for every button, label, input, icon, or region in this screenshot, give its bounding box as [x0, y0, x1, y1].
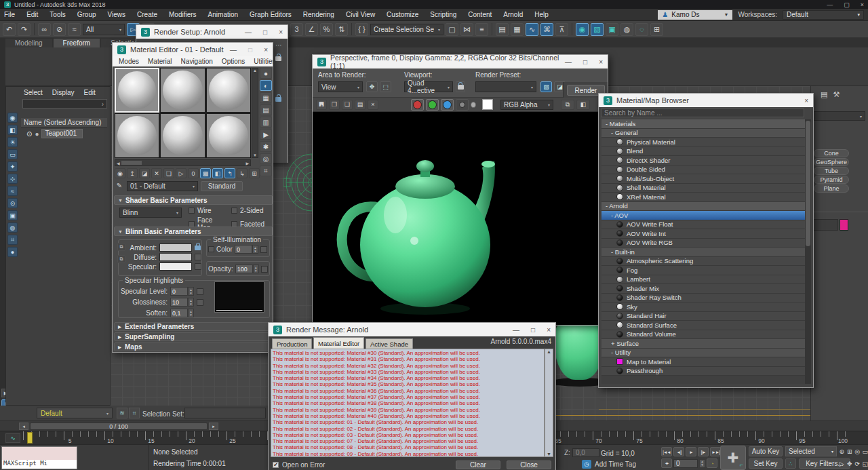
pan-icon[interactable]: ✥	[846, 458, 854, 469]
unlink-selection-icon[interactable]: ⊘	[53, 23, 66, 36]
auto-key-button[interactable]: Auto Key	[749, 446, 783, 456]
go-to-start-button[interactable]: |◄◄	[661, 447, 672, 456]
soften-field[interactable]: 0,1	[170, 309, 188, 317]
tree-group-arnold[interactable]: - Arnold	[601, 202, 805, 212]
schematic-view-icon[interactable]: ⌘	[540, 23, 553, 36]
sample-scrollbar[interactable]: ▲▼	[252, 68, 258, 158]
render-preset-dropdown[interactable]: ▾	[475, 81, 536, 92]
open-on-error-checkbox[interactable]: ✔	[273, 462, 279, 468]
tab-material-editor[interactable]: Material Editor	[313, 337, 364, 349]
percent-snap-icon[interactable]: %	[320, 23, 333, 36]
maxscript-listener-icon[interactable]: { }	[355, 23, 368, 36]
tree-item-aov-write-rgb[interactable]: AOV Write RGB	[601, 239, 805, 248]
close-button[interactable]: ×	[861, 1, 864, 8]
minimize-button[interactable]: —	[245, 28, 252, 36]
close-messages-button[interactable]: Close	[507, 461, 551, 469]
menu-scripting[interactable]: Scripting	[430, 11, 456, 18]
minimize-button[interactable]: —	[827, 1, 833, 8]
tree-item-multi-sub-object[interactable]: Multi/Sub-Object	[601, 174, 805, 184]
frame-spinner[interactable]: ▲▼	[699, 459, 705, 468]
display-panel-icon[interactable]: ▤	[821, 90, 827, 99]
redo-icon[interactable]: ↷	[18, 23, 31, 36]
workspaces-dropdown[interactable]: Default ▾	[783, 10, 864, 20]
display-containers-icon[interactable]: ⌗	[7, 235, 18, 245]
key-mode-toggle-icon[interactable]: ◂▸	[661, 458, 672, 468]
tree-item-shader-mix[interactable]: Shader Mix	[601, 284, 805, 294]
go-to-parent-icon[interactable]: ↰	[224, 168, 235, 178]
maximize-button[interactable]: □	[531, 326, 535, 334]
material-sample-slot[interactable]	[160, 68, 205, 113]
object-name-field[interactable]	[811, 219, 838, 231]
object-type-pyramid[interactable]: Pyramid	[814, 176, 849, 184]
print-image-icon[interactable]: ▤	[355, 100, 366, 110]
add-time-tag[interactable]: ◷ Add Time Tag	[582, 460, 636, 469]
object-type-cone[interactable]: Cone	[814, 149, 849, 157]
browser-scrollbar[interactable]	[805, 119, 811, 384]
close-button[interactable]: ×	[804, 97, 808, 104]
field-of-view-icon[interactable]: ▷	[838, 458, 846, 469]
maximize-button[interactable]: □	[248, 46, 252, 54]
red-channel-toggle[interactable]	[411, 99, 424, 111]
viewport-dropdown[interactable]: Quad 4...ective▾	[404, 81, 453, 92]
open-viewport-icon[interactable]: ⊞	[650, 23, 663, 36]
display-bones-icon[interactable]: ◍	[7, 222, 18, 233]
make-preview-icon[interactable]: ▶	[260, 129, 272, 140]
menu-tools[interactable]: Tools	[50, 11, 65, 18]
display-xrefs-icon[interactable]: ▣	[7, 210, 18, 220]
rollout-supersampling[interactable]: ▸SuperSampling	[114, 332, 273, 341]
time-slider-marker[interactable]	[27, 432, 33, 444]
tree-group-surface[interactable]: + Surface	[601, 339, 805, 349]
time-slider[interactable]: 0 / 100	[30, 423, 208, 430]
lock-icon[interactable]	[275, 56, 281, 61]
zoom-extents-icon[interactable]: ◎	[854, 446, 861, 457]
align-icon[interactable]: ≡	[475, 23, 488, 36]
scene-explorer-object-row[interactable]: ⊙ ● Teapot001	[26, 129, 103, 138]
display-cameras-icon[interactable]: ▭	[7, 149, 18, 159]
maximize-button[interactable]: ▢	[844, 1, 850, 8]
array-icon[interactable]: ⊼	[555, 23, 568, 36]
self-illum-color-checkbox[interactable]	[208, 246, 214, 252]
material-sample-slot[interactable]	[160, 113, 205, 158]
user-account-menu[interactable]: ♟ Kamo Ds ▼	[658, 10, 732, 20]
compare-swipe-icon[interactable]: ◧	[576, 100, 590, 110]
render-iterative-icon[interactable]: ◌	[635, 23, 648, 36]
undo-icon[interactable]: ↶	[3, 23, 16, 36]
display-geometry-icon[interactable]: ◧	[7, 125, 18, 135]
create-selection-set-dropdown[interactable]: Create Selection Se▾	[370, 24, 443, 35]
menu-views[interactable]: Views	[108, 11, 126, 18]
menu-rendering[interactable]: Rendering	[303, 11, 334, 18]
monochrome-toggle[interactable]	[456, 99, 469, 111]
pick-material-eyedropper-icon[interactable]: ✎	[115, 182, 124, 191]
ribbon-tab-modeling[interactable]: Modeling	[5, 39, 52, 47]
me-menu-modes[interactable]: Modes	[119, 58, 139, 65]
tree-item-standard-hair[interactable]: Standard Hair	[601, 312, 805, 321]
display-space-warps-icon[interactable]: ≈	[7, 186, 18, 196]
lock-icon[interactable]	[275, 97, 281, 102]
time-back-button[interactable]: ◂	[19, 423, 28, 430]
rollout-extended-parameters[interactable]: ▸Extended Parameters	[114, 322, 273, 331]
display-groups-icon[interactable]: ⊙	[7, 198, 18, 208]
diffuse-color-swatch[interactable]	[159, 253, 192, 261]
reset-map-icon[interactable]: ✕	[151, 168, 162, 178]
close-button[interactable]: ×	[599, 58, 603, 66]
curve-editor-icon[interactable]: ∿	[526, 23, 538, 36]
rollout-shader-basic-parameters[interactable]: ▼Shader Basic Parameters	[114, 195, 273, 205]
explorer-menu-edit[interactable]: Edit	[84, 89, 96, 96]
ribbon-toggle-icon[interactable]: ▦	[511, 23, 524, 36]
opacity-map-button[interactable]	[261, 266, 268, 273]
show-end-result-icon[interactable]: ◧	[212, 168, 223, 178]
menu-arnold[interactable]: Arnold	[503, 11, 523, 18]
2-sided-checkbox[interactable]	[231, 208, 237, 214]
material-type-button[interactable]: Standard	[201, 181, 243, 191]
message-scrollbar[interactable]: ▲▼	[545, 349, 553, 457]
minimize-button[interactable]: —	[513, 326, 519, 334]
key-selection-dropdown[interactable]: Selected▾	[785, 446, 837, 456]
tree-group-general[interactable]: - General	[601, 129, 805, 138]
snap-toggle-3d-icon[interactable]: 3	[290, 23, 303, 36]
tree-item-blend[interactable]: Blend	[601, 147, 805, 157]
play-button[interactable]: ►	[686, 447, 696, 456]
previous-frame-button[interactable]: ◄||	[673, 447, 684, 456]
layer-manager-icon[interactable]: ▤	[496, 23, 509, 36]
rendered-frame-titlebar[interactable]: 3 Perspective, frame 0, Display Gamma: 2…	[313, 55, 608, 68]
glossiness-field[interactable]: 10	[170, 298, 188, 307]
